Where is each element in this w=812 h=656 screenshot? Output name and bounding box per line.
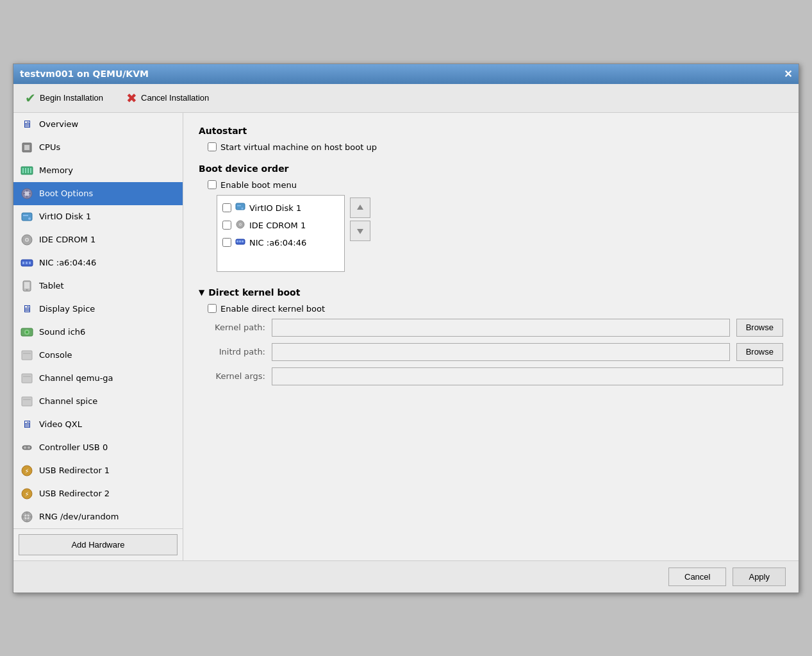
toolbar: ✔ Begin Installation ✖ Cancel Installati… xyxy=(13,84,799,113)
enable-direct-kernel-checkbox[interactable] xyxy=(208,304,217,313)
svg-rect-17 xyxy=(26,262,28,264)
kernel-path-browse-button[interactable]: Browse xyxy=(736,319,783,337)
cancel-install-button[interactable]: ✖ Cancel Installation xyxy=(121,88,214,108)
initrd-path-browse-button[interactable]: Browse xyxy=(736,343,783,361)
check-icon: ✔ xyxy=(25,90,36,106)
usb-redir1-icon: ⚡ xyxy=(20,464,34,478)
svg-rect-48 xyxy=(239,240,241,242)
kernel-args-input[interactable] xyxy=(272,367,783,385)
collapse-triangle-icon: ▼ xyxy=(199,288,204,297)
sidebar-item-label: Tablet xyxy=(39,281,64,290)
enable-boot-menu-label: Enable boot menu xyxy=(220,180,297,190)
cdrom-list-icon xyxy=(235,219,245,231)
enable-boot-menu-row: Enable boot menu xyxy=(208,180,783,190)
boot-arrows xyxy=(350,195,370,272)
svg-rect-1 xyxy=(24,145,29,150)
autostart-options: Start virtual machine on host boot up xyxy=(199,142,783,152)
sidebar-item-video-qxl[interactable]: 🖥 Video QXL xyxy=(13,413,183,436)
main-panel: Autostart Start virtual machine on host … xyxy=(183,113,799,560)
autostart-checkbox[interactable] xyxy=(208,142,217,151)
memory-icon xyxy=(20,164,34,178)
svg-rect-49 xyxy=(242,240,244,242)
svg-rect-27 xyxy=(22,374,32,383)
apply-button[interactable]: Apply xyxy=(733,568,786,586)
content-area: 🖥 Overview CPUs Memory xyxy=(13,113,799,560)
cancel-install-label: Cancel Installation xyxy=(141,93,209,103)
sidebar-item-rng[interactable]: RNG /dev/urandom xyxy=(13,505,183,528)
enable-boot-menu-checkbox[interactable] xyxy=(208,180,217,189)
begin-install-button[interactable]: ✔ Begin Installation xyxy=(20,88,108,108)
arrow-down-button[interactable] xyxy=(350,221,370,241)
boot-device-options: Enable boot menu VirtIO Disk 1 xyxy=(199,180,783,272)
svg-point-41 xyxy=(242,207,244,209)
sidebar-item-label: Memory xyxy=(39,165,73,175)
direct-kernel-header[interactable]: ▼ Direct kernel boot xyxy=(199,287,783,298)
sidebar-item-ide-cdrom[interactable]: IDE CDROM 1 xyxy=(13,228,183,251)
autostart-checkbox-row: Start virtual machine on host boot up xyxy=(208,142,783,152)
boot-item-nic-checkbox[interactable] xyxy=(222,238,231,247)
arrow-up-button[interactable] xyxy=(350,198,370,218)
boot-item-nic-label: NIC :a6:04:46 xyxy=(249,238,306,248)
kernel-path-label: Kernel path: xyxy=(208,323,265,332)
sidebar-item-console[interactable]: Console xyxy=(13,344,183,367)
sidebar-item-virtio-disk[interactable]: VirtIO Disk 1 xyxy=(13,205,183,228)
initrd-path-label: Initrd path: xyxy=(208,347,265,357)
kernel-path-input[interactable] xyxy=(272,319,730,337)
sidebar-item-label: VirtIO Disk 1 xyxy=(39,212,91,221)
tablet-icon xyxy=(20,279,34,293)
sidebar-item-sound[interactable]: Sound ich6 xyxy=(13,321,183,344)
sidebar-item-overview[interactable]: 🖥 Overview xyxy=(13,113,183,136)
bottom-bar: Cancel Apply xyxy=(13,560,799,593)
direct-kernel-section: ▼ Direct kernel boot Enable direct kerne… xyxy=(199,287,783,385)
sound-icon xyxy=(20,325,34,339)
nic-list-icon xyxy=(235,237,245,249)
sidebar-item-label: Overview xyxy=(39,119,78,129)
close-button[interactable]: ✕ xyxy=(784,68,792,80)
usb-controller-icon xyxy=(20,441,34,455)
boot-list-item: VirtIO Disk 1 xyxy=(221,199,340,217)
sidebar-item-controller-usb[interactable]: Controller USB 0 xyxy=(13,436,183,459)
sidebar-item-label: Channel spice xyxy=(39,396,97,406)
enable-direct-kernel-row: Enable direct kernel boot xyxy=(208,304,783,314)
virtio-disk-icon xyxy=(235,202,245,214)
begin-install-label: Begin Installation xyxy=(40,93,103,103)
add-hardware-button[interactable]: Add Hardware xyxy=(19,534,178,555)
svg-text:⚡: ⚡ xyxy=(24,491,29,498)
kernel-args-label: Kernel args: xyxy=(208,371,265,381)
x-icon: ✖ xyxy=(126,90,137,106)
sidebar-item-label: Video QXL xyxy=(39,419,82,429)
sidebar-list: 🖥 Overview CPUs Memory xyxy=(13,113,183,528)
sidebar-item-memory[interactable]: Memory xyxy=(13,159,183,182)
sidebar-item-display-spice[interactable]: 🖥 Display Spice xyxy=(13,298,183,321)
sidebar-item-usb-redir-2[interactable]: ⚡ USB Redirector 2 xyxy=(13,482,183,505)
sidebar-item-label: USB Redirector 2 xyxy=(39,489,110,498)
channel-spice-icon xyxy=(20,394,34,408)
sidebar-item-label: NIC :a6:04:46 xyxy=(39,258,96,267)
sidebar-item-label: IDE CDROM 1 xyxy=(39,235,95,244)
svg-point-10 xyxy=(28,217,31,220)
sidebar-item-tablet[interactable]: Tablet xyxy=(13,274,183,298)
svg-point-24 xyxy=(26,331,28,333)
boot-item-cdrom-checkbox[interactable] xyxy=(222,221,231,230)
sidebar-item-channel-qemu[interactable]: Channel qemu-ga xyxy=(13,367,183,390)
cancel-button[interactable]: Cancel xyxy=(668,568,726,586)
autostart-section-title: Autostart xyxy=(199,126,783,136)
usb-redir2-icon: ⚡ xyxy=(20,487,34,501)
sidebar-item-usb-redir-1[interactable]: ⚡ USB Redirector 1 xyxy=(13,459,183,482)
sidebar-item-channel-spice[interactable]: Channel spice xyxy=(13,390,183,413)
sidebar-item-label: Controller USB 0 xyxy=(39,442,108,452)
boot-device-section: Boot device order Enable boot menu xyxy=(199,164,783,272)
sidebar-item-boot-options[interactable]: Boot Options xyxy=(13,182,183,205)
video-icon: 🖥 xyxy=(20,417,34,432)
initrd-path-input[interactable] xyxy=(272,343,730,361)
rng-icon xyxy=(20,510,34,524)
cpu-icon xyxy=(20,140,34,155)
sidebar-item-label: RNG /dev/urandom xyxy=(39,512,119,521)
sidebar-item-label: CPUs xyxy=(39,142,60,152)
nic-icon xyxy=(20,256,34,270)
boot-item-virtio-checkbox[interactable] xyxy=(222,203,231,212)
svg-rect-47 xyxy=(236,240,238,242)
sidebar-item-label: Boot Options xyxy=(39,189,93,198)
sidebar-item-cpus[interactable]: CPUs xyxy=(13,136,183,159)
sidebar-item-nic[interactable]: NIC :a6:04:46 xyxy=(13,251,183,274)
